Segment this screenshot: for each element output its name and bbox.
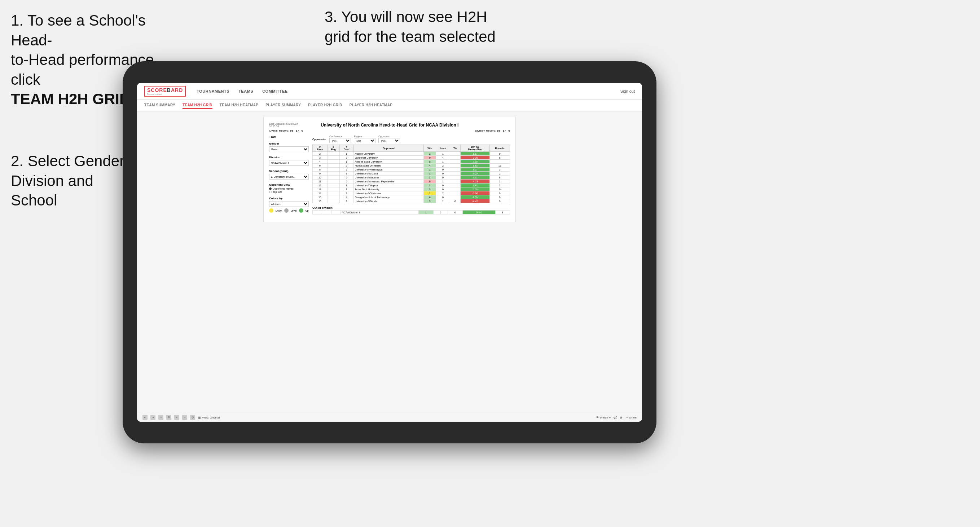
team-section: Team	[269, 135, 309, 138]
tablet-device: SCOREBARD Powered by clippit TOURNAMENTS…	[123, 61, 657, 443]
th-win: Win	[424, 145, 436, 152]
annotation-3: 3. You will now see H2H grid for the tea…	[325, 7, 541, 46]
th-rounds: Rounds	[490, 145, 510, 152]
th-tie: Tie	[450, 145, 461, 152]
sub-nav: TEAM SUMMARY TEAM H2H GRID TEAM H2H HEAT…	[137, 100, 642, 111]
nav-committee[interactable]: COMMITTEE	[262, 87, 288, 95]
two-col-layout: Team Gender Men's Division NCAA Division…	[269, 135, 510, 216]
table-row: 15 4 Georgia Institute of Technology 6 0…	[313, 195, 510, 199]
table-row: 16 3 University of Florida 3 1 0 -4.42 9	[313, 199, 510, 203]
nav-teams[interactable]: TEAMS	[239, 87, 253, 95]
opponent-select[interactable]: (All)	[379, 138, 400, 143]
division-select[interactable]: NCAA Division I	[269, 160, 309, 166]
table-row: 4 1 Arizona State University 5 1 2.29	[313, 160, 510, 163]
th-opponent: Opponent	[353, 145, 424, 152]
subnav-player-summary[interactable]: PLAYER SUMMARY	[266, 102, 301, 109]
comment-icon: 💬	[614, 416, 617, 419]
redo-icon[interactable]: ↪	[150, 415, 156, 420]
left-panel: Team Gender Men's Division NCAA Division…	[269, 135, 309, 216]
view-original-button[interactable]: ▦ View: Original	[198, 416, 220, 419]
subnav-team-h2h-grid[interactable]: TEAM H2H GRID	[183, 102, 212, 109]
present-button[interactable]: ⊞	[620, 416, 622, 419]
out-div-row: NCAA Division II 1 0 0 26.00 3	[313, 211, 510, 214]
toolbar: ↩ ↪ → ⊞ + − ⏱ ▦ View: Original 👁 Watch ▾…	[137, 413, 642, 422]
table-row: 10 5 University of Alabama 3 0 2.61 8	[313, 176, 510, 179]
school-select[interactable]: 1. University of Nort...	[269, 174, 309, 179]
subnav-player-h2h-heatmap[interactable]: PLAYER H2H HEATMAP	[350, 102, 393, 109]
nav-bar: SCOREBARD Powered by clippit TOURNAMENTS…	[137, 83, 642, 100]
eye-icon: 👁	[596, 416, 599, 419]
table-row: 14 2 University of Oklahoma 1 2 -1.00 9	[313, 191, 510, 195]
th-conf: #Conf	[339, 145, 353, 152]
subnav-player-h2h-grid[interactable]: PLAYER H2H GRID	[308, 102, 342, 109]
region-select[interactable]: (All)	[354, 138, 375, 143]
undo-icon[interactable]: ↩	[143, 415, 148, 420]
subnav-team-summary[interactable]: TEAM SUMMARY	[144, 102, 175, 109]
watch-button[interactable]: 👁 Watch ▾	[596, 416, 610, 419]
th-rank: #Rank	[313, 145, 328, 152]
colour-by-section: Colour by Win/loss Down Level Up	[269, 197, 309, 213]
share-icon: ↗	[625, 416, 628, 419]
colour-by-select[interactable]: Win/loss	[269, 201, 309, 207]
th-diff: Diff AvStrokes/Rnd	[460, 145, 490, 152]
copy-icon[interactable]: ⊞	[166, 415, 171, 420]
color-down	[269, 208, 274, 213]
right-panel: Opponents: Conference (All) Region (	[312, 135, 510, 216]
share-button[interactable]: ↗ Share	[625, 416, 636, 419]
view-icon: ▦	[198, 416, 201, 419]
main-content: Last Updated: 27/03/2024 16:55:38 Univer…	[137, 111, 642, 413]
sign-out-button[interactable]: Sign out	[620, 89, 635, 94]
records-row: Overall Record: 89 - 17 - 0 Division Rec…	[269, 129, 510, 132]
tablet-screen: SCOREBARD Powered by clippit TOURNAMENTS…	[137, 83, 642, 422]
conference-select[interactable]: (All)	[329, 138, 351, 143]
present-icon: ⊞	[620, 416, 622, 419]
table-row: 9 3 University of Arizona 1 0 9.00 2	[313, 171, 510, 176]
color-up	[299, 208, 303, 213]
region-filter: Region (All)	[354, 135, 375, 143]
comment-button[interactable]: 💬	[614, 416, 617, 419]
division-section: Division NCAA Division I	[269, 156, 309, 166]
opponent-view-section: Opponent View Opponents Played Top 100	[269, 183, 309, 193]
add-icon[interactable]: +	[174, 415, 179, 420]
out-of-division-header: Out of division	[312, 206, 510, 210]
color-level	[284, 208, 288, 213]
last-updated: Last Updated: 27/03/2024 16:55:38	[269, 122, 298, 128]
radio-top-100[interactable]: Top 100	[269, 191, 309, 193]
grid-title: University of North Carolina Head-to-Hea…	[298, 122, 481, 128]
table-row: 2 1 Auburn University 2 1 1.67 9	[313, 152, 510, 156]
subnav-team-h2h-heatmap[interactable]: TEAM H2H HEATMAP	[220, 102, 258, 109]
content-header: Last Updated: 27/03/2024 16:55:38 Univer…	[269, 122, 510, 128]
gender-select[interactable]: Men's	[269, 146, 309, 152]
logo: SCOREBARD Powered by clippit	[144, 86, 186, 97]
radio-opponents-played[interactable]: Opponents Played	[269, 187, 309, 190]
forward-icon[interactable]: →	[158, 415, 163, 420]
school-section: School (Rank) 1. University of Nort...	[269, 170, 309, 179]
content-box: Last Updated: 27/03/2024 16:55:38 Univer…	[263, 117, 516, 222]
table-row: 12 3 University of Virginia 1 0 2.33 3	[313, 184, 510, 187]
nav-tournaments[interactable]: TOURNAMENTS	[197, 87, 229, 95]
h2h-table: #Rank #Reg #Conf Opponent Win Loss Tie D…	[312, 144, 510, 203]
nav-items: TOURNAMENTS TEAMS COMMITTEE	[197, 87, 609, 95]
th-loss: Loss	[436, 145, 450, 152]
color-legend: Down Level Up	[269, 208, 309, 213]
table-row: 8 2 University of Washington 1 0 3.67 3	[313, 168, 510, 171]
out-of-division-table: NCAA Division II 1 0 0 26.00 3	[312, 210, 510, 214]
table-header-row: #Rank #Reg #Conf Opponent Win Loss Tie D…	[313, 145, 510, 152]
th-reg: #Reg	[327, 145, 339, 152]
conference-filter: Conference (All)	[329, 135, 351, 143]
table-row: 6 2 Florida State University 4 2 1.83 12	[313, 163, 510, 168]
table-row: 11 6 University of Arkansas, Fayettevill…	[313, 179, 510, 184]
clock-icon[interactable]: ⏱	[190, 415, 195, 420]
table-row: 3 2 Vanderbilt University 0 4 -2.29 8	[313, 156, 510, 160]
minus-icon[interactable]: −	[182, 415, 187, 420]
opponent-filter: Opponent (All)	[379, 135, 400, 143]
table-row: 13 1 Texas Tech University 3 0 5.56 9	[313, 187, 510, 191]
radio-group: Opponents Played Top 100	[269, 187, 309, 193]
gender-section: Gender Men's	[269, 142, 309, 152]
filter-row: Opponents: Conference (All) Region (	[312, 135, 510, 143]
